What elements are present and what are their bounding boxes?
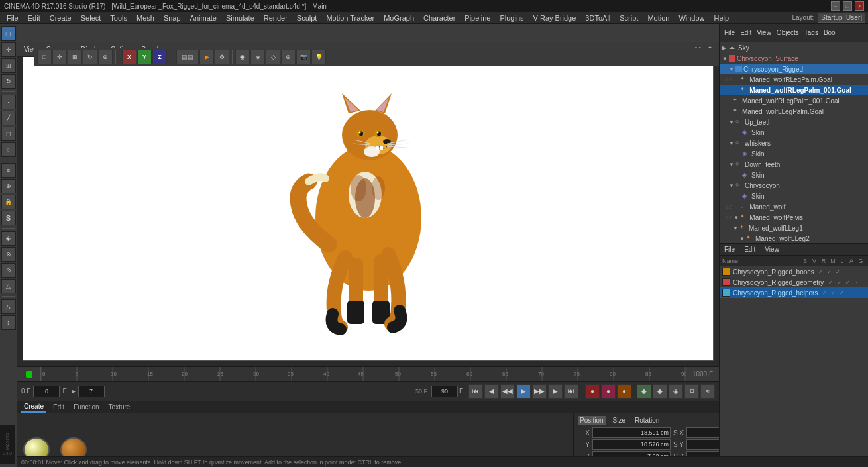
- x-pos-input[interactable]: [592, 427, 671, 438]
- attr-file[interactable]: File: [722, 245, 737, 254]
- tab-edit[interactable]: Edit: [50, 402, 67, 412]
- transform-btn[interactable]: ⊕: [98, 50, 113, 64]
- bones-l[interactable]: ·: [851, 268, 859, 276]
- helpers-l[interactable]: ·: [855, 289, 863, 297]
- timeline[interactable]: 0 5 10 15 20 25 30: [17, 366, 719, 381]
- obj-row-skin-whiskers[interactable]: ◈ Skin: [720, 148, 868, 159]
- obj-row-skin-upteeth[interactable]: ◈ Skin: [720, 127, 868, 138]
- right-tab-objects[interactable]: Objects: [775, 28, 801, 37]
- menu-render[interactable]: Render: [260, 13, 292, 23]
- start-frame-input[interactable]: [33, 386, 60, 397]
- menu-snap[interactable]: Snap: [160, 13, 185, 23]
- minimize-button[interactable]: −: [831, 1, 840, 11]
- menu-script[interactable]: Script: [616, 13, 642, 23]
- obj-row-up-teeth[interactable]: ▼ ○ Up_teeth: [720, 117, 868, 127]
- tweak-btn[interactable]: ≡: [1, 163, 16, 178]
- obj-row-maned-pelvis[interactable]: LO ▼ ✦ Maned_wolfPelvis: [720, 212, 868, 223]
- obj-row-chrysocyon[interactable]: ▼ ○ Chrysocyon: [720, 180, 868, 191]
- play-fast-btn[interactable]: ▶▶: [532, 384, 547, 399]
- menu-animate[interactable]: Animate: [186, 13, 221, 23]
- menu-plugins[interactable]: Plugins: [496, 13, 527, 23]
- keyframe-btn[interactable]: ◆: [637, 384, 651, 399]
- render-settings-btn[interactable]: ⚙: [215, 50, 229, 64]
- obj-row-skin-chrysocyon[interactable]: ◈ Skin: [720, 191, 868, 201]
- tool3-btn[interactable]: ◈: [1, 231, 16, 246]
- obj-row-whiskers[interactable]: ▼ ○ whiskers: [720, 138, 868, 148]
- helpers-m[interactable]: ·: [846, 289, 854, 297]
- record-btn[interactable]: ●: [585, 384, 600, 399]
- end-frame-input[interactable]: [431, 386, 458, 397]
- attr-row-helpers[interactable]: Chrysocyon_Rigged_helpers ✓ ✓ ✓ · · · ·: [720, 287, 868, 298]
- tool4-btn[interactable]: ⊗: [1, 247, 16, 262]
- render-region-btn[interactable]: ▤▤: [176, 50, 199, 64]
- geo-m[interactable]: ·: [852, 278, 860, 286]
- move-btn[interactable]: ✛: [52, 50, 67, 64]
- bones-r[interactable]: ✓: [834, 268, 842, 276]
- coord-tab-size[interactable]: Size: [611, 416, 627, 425]
- axis-z-btn[interactable]: Z: [152, 50, 167, 64]
- menu-edit[interactable]: Edit: [24, 13, 44, 23]
- obj4-btn[interactable]: ⊕: [281, 50, 296, 64]
- tab-create[interactable]: Create: [21, 401, 46, 413]
- axis-x-btn[interactable]: X: [122, 50, 136, 64]
- goto-start-btn[interactable]: ⏮: [468, 384, 483, 399]
- keyframe3-btn[interactable]: ◈: [669, 384, 683, 399]
- tool6-btn[interactable]: △: [1, 279, 16, 293]
- menu-help[interactable]: Help: [710, 13, 733, 23]
- helpers-v[interactable]: ✓: [829, 289, 837, 297]
- obj-row-maned-lleg1[interactable]: ▼ ✦ Maned_wolfLLeg1: [720, 223, 868, 233]
- obj-row-rlegpalm001-goal[interactable]: LO ✦ Maned_wolfRLegPalm_001.Goal: [720, 85, 868, 95]
- menu-file[interactable]: File: [3, 13, 23, 23]
- coord-tab-position[interactable]: Position: [578, 416, 606, 425]
- menu-motiontracker[interactable]: Motion Tracker: [322, 13, 378, 23]
- sy-input[interactable]: [686, 439, 719, 450]
- geo-v[interactable]: ✓: [835, 278, 843, 286]
- step-back-btn[interactable]: ◀: [484, 384, 499, 399]
- helpers-r[interactable]: ✓: [838, 289, 845, 297]
- play-forward-btn[interactable]: ▶: [516, 384, 531, 399]
- obj2-btn[interactable]: ◈: [250, 50, 265, 64]
- y-pos-input[interactable]: [592, 439, 671, 450]
- menu-select[interactable]: Select: [77, 13, 105, 23]
- geo-r[interactable]: ✓: [843, 278, 851, 286]
- right-tab-boo[interactable]: Boo: [822, 28, 838, 37]
- obj-row-skin-downteeth[interactable]: ◈ Skin: [720, 170, 868, 180]
- select-rect-btn[interactable]: □: [37, 50, 52, 64]
- move-tool-btn[interactable]: ✛: [1, 42, 16, 57]
- obj3-btn[interactable]: ◇: [266, 50, 280, 64]
- obj-row-llegpalm-goal[interactable]: ✦ Maned_wolfLLegPalm.Goal: [720, 106, 868, 117]
- select-tool-btn[interactable]: ▢: [1, 26, 16, 41]
- axis-y-btn[interactable]: Y: [137, 50, 152, 64]
- keyframe2-btn[interactable]: ◆: [653, 384, 667, 399]
- attr-edit[interactable]: Edit: [742, 245, 757, 254]
- menu-mograph[interactable]: MoGraph: [380, 13, 418, 23]
- maximize-button[interactable]: □: [843, 1, 852, 11]
- rotate-tool-btn[interactable]: ↻: [1, 74, 16, 89]
- scale-tool-btn[interactable]: ⊞: [1, 58, 16, 73]
- menu-vraybridge[interactable]: V-Ray Bridge: [529, 13, 580, 23]
- bones-m[interactable]: ·: [843, 268, 851, 276]
- tool8-btn[interactable]: ↕: [1, 315, 16, 330]
- scale3d-btn[interactable]: ⊞: [68, 50, 82, 64]
- object-mode-btn[interactable]: ○: [1, 142, 16, 157]
- current-frame-input[interactable]: [78, 386, 105, 397]
- menu-3dtoall[interactable]: 3DToAll: [581, 13, 614, 23]
- right-tab-view[interactable]: View: [755, 28, 773, 37]
- menu-create[interactable]: Create: [46, 13, 76, 23]
- geo-s[interactable]: ✓: [826, 278, 834, 286]
- attr-row-bones[interactable]: Chrysocyon_Rigged_bones ✓ ✓ ✓ · · · ·: [720, 266, 868, 277]
- coord-tab-rotation[interactable]: Rotation: [633, 416, 661, 425]
- menu-simulate[interactable]: Simulate: [222, 13, 258, 23]
- viewport[interactable]: [23, 48, 714, 361]
- attr-row-geometry[interactable]: Chrysocyon_Rigged_geometry ✓ ✓ ✓ · · · ·: [720, 277, 868, 287]
- edge-mode-btn[interactable]: ╱: [1, 111, 16, 125]
- point-mode-btn[interactable]: ·: [1, 95, 16, 109]
- snap-btn[interactable]: ⊕: [1, 179, 16, 193]
- step-fwd-btn[interactable]: ▶: [548, 384, 563, 399]
- rotate3d-btn[interactable]: ↻: [83, 50, 97, 64]
- record-auto-btn[interactable]: ●: [601, 384, 616, 399]
- obj-row-sky[interactable]: ▶ ☁ Sky: [720, 42, 868, 53]
- close-button[interactable]: ✕: [855, 1, 864, 11]
- obj-row-down-teeth[interactable]: ▼ ○ Down_teeth: [720, 159, 868, 170]
- timeline-ruler[interactable]: 0 5 10 15 20 25 30: [41, 367, 686, 381]
